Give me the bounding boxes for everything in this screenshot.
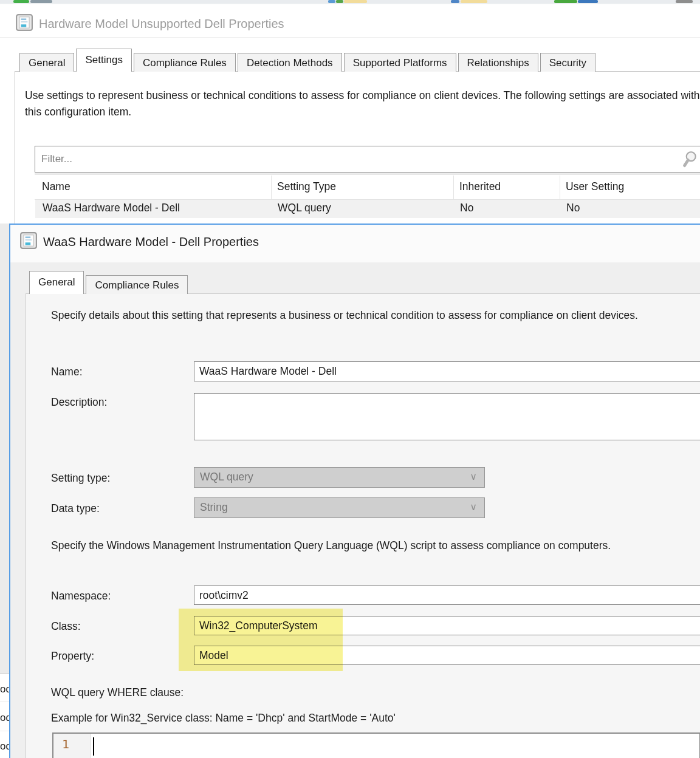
- tab-supported-platforms[interactable]: Supported Platforms: [344, 53, 456, 72]
- child-tabstrip: General Compliance Rules: [29, 271, 190, 294]
- setting-type-label: Setting type:: [51, 472, 110, 485]
- chevron-down-icon: ∨: [470, 501, 477, 513]
- tab-general[interactable]: General: [29, 271, 84, 294]
- namespace-input[interactable]: [194, 586, 700, 605]
- list-separator: [0, 702, 10, 702]
- parent-dialog-title: Hardware Model Unsupported Dell Properti…: [39, 17, 284, 31]
- properties-dialog-icon: [16, 14, 33, 33]
- wql-editor[interactable]: 1: [52, 732, 700, 758]
- tab-relationships[interactable]: Relationships: [458, 53, 538, 72]
- tab-settings[interactable]: Settings: [76, 49, 131, 72]
- general-description: Specify details about this setting that …: [51, 307, 700, 324]
- setting-type-combo[interactable]: WQL query ∨: [194, 467, 485, 488]
- cell-name: WaaS Hardware Model - Dell: [43, 202, 180, 214]
- table-row[interactable]: WaaS Hardware Model - Dell WQL query No …: [35, 200, 700, 218]
- title-separator: [0, 37, 700, 38]
- desktop-fragment: [13, 0, 29, 3]
- filter-input[interactable]: [35, 146, 700, 172]
- desktop-fragment: [451, 0, 459, 3]
- setting-type-value: WQL query: [200, 471, 253, 483]
- tab-security[interactable]: Security: [540, 53, 595, 72]
- filter-box: [35, 146, 700, 172]
- desktop-fragment: [328, 0, 335, 3]
- editor-gutter: 1: [53, 734, 91, 758]
- desktop-fragment: [30, 0, 52, 3]
- data-type-label: Data type:: [51, 502, 100, 515]
- cell-inherited: No: [460, 202, 473, 214]
- name-input[interactable]: [194, 361, 700, 381]
- property-label: Property:: [51, 650, 94, 663]
- wql-instruction: Specify the Windows Management Instrumen…: [51, 539, 700, 552]
- tab-compliance-rules[interactable]: Compliance Rules: [86, 275, 188, 294]
- class-label: Class:: [51, 620, 81, 633]
- desktop-fragment: [676, 0, 693, 3]
- description-textarea[interactable]: [194, 393, 700, 440]
- desktop-fragment: [554, 0, 577, 3]
- settings-description: Use settings to represent business or te…: [25, 87, 700, 120]
- parent-tabstrip: General Settings Compliance Rules Detect…: [19, 49, 597, 72]
- general-tab-page: Specify details about this setting that …: [26, 293, 700, 758]
- tab-detection-methods[interactable]: Detection Methods: [238, 53, 342, 72]
- data-type-value: String: [200, 501, 228, 514]
- child-properties-dialog: WaaS Hardware Model - Dell Properties Ge…: [9, 224, 700, 758]
- col-header-setting-type[interactable]: Setting Type: [277, 180, 336, 193]
- list-separator: [0, 731, 10, 731]
- background-console-list: od od od: [0, 673, 10, 758]
- class-input[interactable]: [194, 616, 700, 635]
- cell-setting-type: WQL query: [278, 202, 331, 214]
- dialog-shadow: [0, 224, 9, 673]
- data-type-combo[interactable]: String ∨: [194, 497, 485, 518]
- desktop-strip: [0, 0, 700, 4]
- where-clause-example: Example for Win32_Service class: Name = …: [51, 712, 700, 725]
- settings-table: Name Setting Type Inherited User Setting…: [35, 174, 700, 219]
- chevron-down-icon: ∨: [470, 471, 477, 482]
- desktop-fragment: [336, 0, 343, 3]
- tab-general[interactable]: General: [19, 53, 74, 72]
- properties-dialog-icon: [20, 232, 37, 251]
- description-label: Description:: [51, 396, 107, 409]
- tab-compliance-rules[interactable]: Compliance Rules: [134, 53, 236, 72]
- text-caret: [93, 737, 94, 756]
- cell-user-setting: No: [566, 202, 580, 214]
- search-icon: [681, 150, 698, 172]
- screen: Hardware Model Unsupported Dell Properti…: [0, 0, 700, 758]
- property-input[interactable]: [194, 646, 700, 665]
- where-clause-label: WQL query WHERE clause:: [51, 686, 700, 699]
- child-dialog-title: WaaS Hardware Model - Dell Properties: [43, 235, 259, 249]
- col-header-user-setting[interactable]: User Setting: [566, 180, 624, 193]
- col-header-name[interactable]: Name: [42, 180, 70, 193]
- parent-title-bar: Hardware Model Unsupported Dell Properti…: [16, 13, 684, 34]
- desktop-fragment: [578, 0, 598, 3]
- child-title-row: WaaS Hardware Model - Dell Properties: [20, 232, 688, 251]
- table-header-row: Name Setting Type Inherited User Setting: [35, 174, 700, 200]
- desktop-fragment: [461, 0, 487, 3]
- namespace-label: Namespace:: [51, 590, 111, 603]
- desktop-fragment: [344, 0, 367, 3]
- editor-line-number: 1: [62, 737, 69, 751]
- name-label: Name:: [51, 366, 83, 378]
- col-header-inherited[interactable]: Inherited: [459, 180, 501, 193]
